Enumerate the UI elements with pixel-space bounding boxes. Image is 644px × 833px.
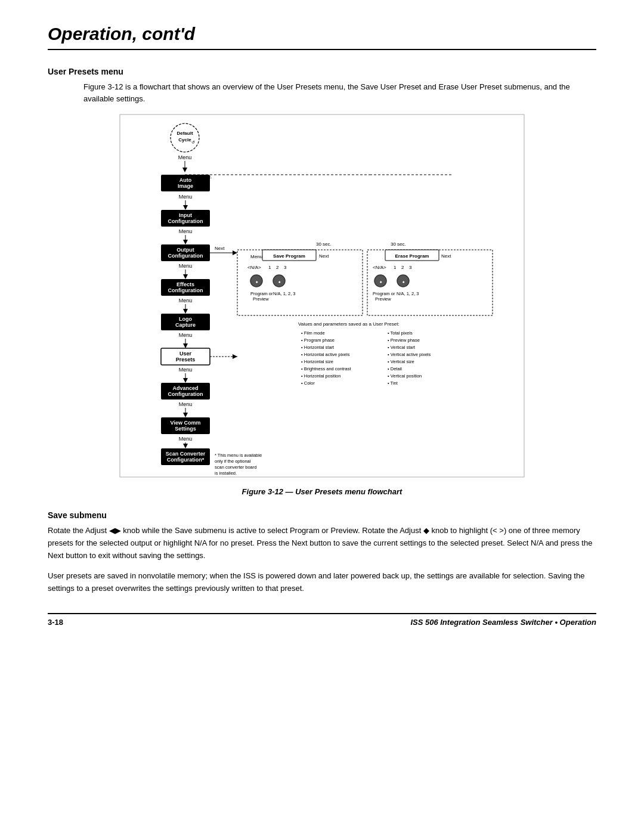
svg-text:scan converter board: scan converter board [215,465,256,470]
svg-text:2: 2 [401,265,404,270]
svg-text:Menu: Menu [179,194,193,200]
svg-text:N/A, 1, 2, 3: N/A, 1, 2, 3 [273,291,296,296]
svg-text:View Comm: View Comm [171,420,201,426]
svg-text:30 sec.: 30 sec. [391,241,406,247]
body-para1: Rotate the Adjust ◀▶ knob while the Save… [48,525,596,562]
svg-text:Menu: Menu [179,228,193,234]
svg-text:is installed.: is installed. [215,470,237,476]
svg-text:<N/A>: <N/A> [247,265,261,270]
page-title: Operation, cont'd [48,24,596,50]
svg-text:1: 1 [268,265,271,270]
svg-text:Advanced: Advanced [172,385,198,391]
svg-text:⬥: ⬥ [255,278,258,284]
svg-text:• Vertical start: • Vertical start [388,345,416,350]
svg-text:Scan Converter: Scan Converter [166,451,206,457]
svg-text:only if the optional: only if the optional [215,459,251,464]
svg-text:Output: Output [177,247,194,253]
figure-caption: Figure 3-12 — User Presets menu flowchar… [48,487,596,496]
footer-left: 3-18 [48,618,63,627]
svg-text:Capture: Capture [175,322,196,328]
footer-bar: 3-18 ISS 506 Integration Seamless Switch… [48,613,596,627]
section2-heading: Save submenu [48,510,596,520]
section1-heading: User Presets menu [48,67,596,76]
svg-text:Presets: Presets [176,357,196,363]
svg-text:Program or: Program or [250,291,273,296]
svg-text:• Horizontal position: • Horizontal position [301,373,340,379]
svg-text:1: 1 [394,265,397,270]
svg-text:• Horizontal size: • Horizontal size [301,359,333,364]
svg-text:• Program phase: • Program phase [301,337,335,343]
page: Operation, cont'd User Presets menu Figu… [0,0,644,833]
svg-text:2: 2 [276,265,279,270]
body-para2: User presets are saved in nonvolatile me… [48,570,596,595]
svg-text:Settings: Settings [175,426,196,432]
svg-text:Configuration: Configuration [168,253,203,259]
svg-text:Menu: Menu [179,332,193,338]
svg-text:Save Program: Save Program [273,253,305,259]
flowchart-svg: Default Cycle ↺ Menu 30 sec. Auto Image … [119,114,525,478]
svg-text:Image: Image [178,183,193,189]
svg-text:N/A, 1, 2, 3: N/A, 1, 2, 3 [397,291,419,296]
svg-text:30 sec.: 30 sec. [316,241,332,247]
svg-text:User: User [179,351,192,357]
svg-text:Default: Default [177,131,193,136]
svg-text:3: 3 [409,265,412,270]
svg-text:Erase Program: Erase Program [395,253,429,259]
svg-text:Menu: Menu [179,436,193,442]
svg-text:• Preview phase: • Preview phase [388,337,420,343]
svg-text:Menu: Menu [179,298,193,304]
svg-text:Menu: Menu [179,367,193,373]
svg-text:Preview: Preview [253,296,269,302]
svg-text:• Detail: • Detail [388,366,402,371]
svg-text:Cycle: Cycle [178,137,191,143]
svg-text:Menu: Menu [178,154,192,160]
svg-text:Next: Next [319,253,329,259]
svg-text:Configuration: Configuration [168,218,203,224]
svg-text:• Vertical active pixels: • Vertical active pixels [388,352,431,357]
svg-text:• Film mode: • Film mode [301,330,325,336]
svg-text:Auto: Auto [179,177,192,183]
svg-text:Effects: Effects [177,281,194,287]
svg-text:↺: ↺ [191,140,195,144]
svg-text:• Tint: • Tint [388,380,398,386]
svg-text:• Brightness and contrast: • Brightness and contrast [301,366,351,371]
svg-text:• Vertical size: • Vertical size [388,359,414,364]
svg-text:Next: Next [441,253,451,259]
flowchart-wrapper: Default Cycle ↺ Menu 30 sec. Auto Image … [48,114,596,478]
intro-text: Figure 3-12 is a flowchart that shows an… [83,81,596,104]
svg-text:• Horizontal start: • Horizontal start [301,345,335,350]
svg-text:• Total pixels: • Total pixels [388,330,413,336]
svg-text:Configuration: Configuration [168,287,203,293]
svg-text:Menu: Menu [250,254,262,259]
svg-text:Configuration: Configuration [168,391,203,397]
svg-text:• Color: • Color [301,380,315,386]
svg-text:Configuration*: Configuration* [167,457,205,463]
svg-text:3: 3 [284,265,287,270]
svg-text:Program or: Program or [373,291,395,296]
svg-text:• Vertical position: • Vertical position [388,373,422,379]
svg-text:Next: Next [215,246,225,251]
svg-text:⬥: ⬥ [278,278,281,284]
svg-text:Input: Input [179,212,192,218]
footer-right: ISS 506 Integration Seamless Switcher • … [410,618,596,627]
svg-text:⬥: ⬥ [379,278,382,284]
svg-text:• Horizontal active pixels: • Horizontal active pixels [301,352,350,357]
svg-text:<N/A>: <N/A> [373,265,386,270]
svg-text:Logo: Logo [179,316,192,322]
svg-text:Menu: Menu [179,263,193,269]
svg-text:Values and parameters saved as: Values and parameters saved as a User Pr… [298,321,400,327]
svg-text:Preview: Preview [375,296,391,302]
svg-text:* This menu is available: * This menu is available [215,453,262,458]
svg-text:⬥: ⬥ [402,278,405,284]
svg-text:Menu: Menu [179,401,193,407]
